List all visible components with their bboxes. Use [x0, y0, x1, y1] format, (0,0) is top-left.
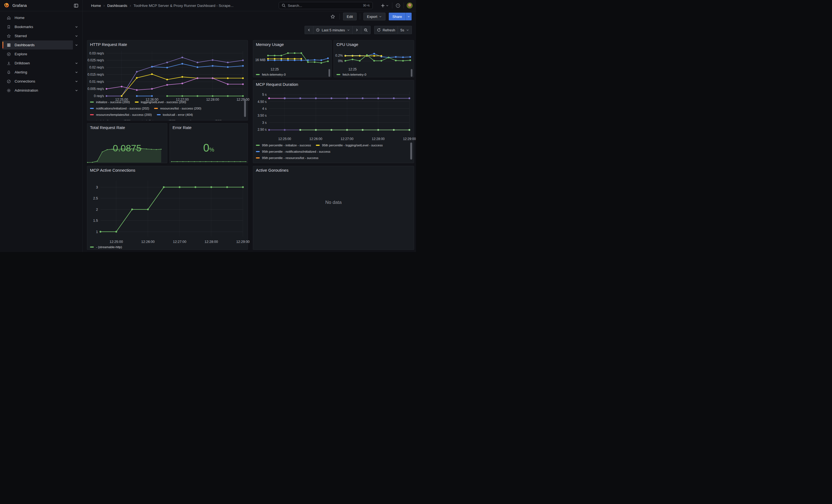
panel-http-request-rate[interactable]: HTTP Request Rate 12:25:0012:26:0012:27:… — [87, 40, 248, 121]
legend-item[interactable]: tools/call - success (200) — [90, 120, 131, 121]
refresh-interval-picker[interactable]: 5s — [397, 26, 412, 34]
star-icon[interactable] — [329, 12, 336, 20]
http-legend: initialize - success (200)logging/setLev… — [90, 99, 241, 120]
export-button[interactable]: Export — [363, 12, 386, 20]
chevron-down-icon — [379, 15, 382, 18]
panel-title: MCP Active Connections — [90, 168, 135, 173]
legend-swatch — [90, 102, 94, 103]
panel-error-rate[interactable]: Error Rate 0% — [170, 123, 248, 163]
sidebar-item-home[interactable]: Home — [2, 13, 80, 22]
panel-title: Memory Usage — [256, 42, 284, 47]
chevron-down-icon[interactable] — [73, 68, 80, 77]
search-input[interactable]: Search... ⌘+k — [279, 2, 373, 9]
cpu-legend: fetch-telemetry-0 — [337, 71, 409, 77]
breadcrumb-home[interactable]: Home — [91, 4, 101, 8]
legend-label: unknown - success (200) — [187, 120, 222, 121]
chevron-down-icon[interactable] — [73, 77, 80, 86]
svg-text:12:25: 12:25 — [348, 68, 357, 71]
svg-text:0.03 req/s: 0.03 req/s — [89, 51, 104, 55]
legend-item[interactable]: logging/setLevel - success (200) — [135, 100, 186, 104]
legend-row: - (streamable-http) — [90, 244, 243, 249]
stat-value: 0% — [170, 142, 248, 154]
sidebar-item-explore[interactable]: Explore — [2, 50, 80, 59]
chevron-down-icon[interactable] — [73, 41, 80, 50]
share-button[interactable]: Share — [389, 12, 406, 20]
panel-mcp-active-connections[interactable]: MCP Active Connections 12:25:0012:26:001… — [87, 166, 248, 250]
sidebar-item-label: Drilldown — [15, 61, 30, 65]
legend-item[interactable]: initialize - success (200) — [90, 100, 130, 104]
panel-mcp-request-duration[interactable]: MCP Request Duration 12:25:0012:26:0012:… — [253, 80, 414, 163]
legend-item[interactable]: 95th percentile - resources/templates/li… — [256, 163, 333, 163]
legend-row: notifications/initialized - success (202… — [90, 105, 241, 111]
grafana-logo-icon[interactable] — [4, 2, 10, 8]
legend-item[interactable]: 95th percentile - resources/list - succe… — [256, 156, 318, 160]
legend-item[interactable]: fetch-telemetry-0 — [256, 73, 286, 76]
legend-item[interactable]: 95th percentile - notifications/initiali… — [256, 150, 331, 153]
refresh-button[interactable]: Refresh — [374, 26, 398, 34]
legend-label: resources/templates/list - success (200) — [96, 113, 152, 116]
chevron-down-icon[interactable] — [73, 22, 80, 31]
time-controls: Last 5 minutes Refresh — [305, 26, 412, 34]
legend-scrollbar[interactable] — [410, 142, 412, 160]
chevron-down-icon[interactable] — [73, 59, 80, 68]
svg-text:1.5: 1.5 — [93, 219, 98, 222]
sidebar-item-drilldown[interactable]: Drilldown — [2, 59, 73, 68]
legend-scrollbar[interactable] — [411, 69, 412, 77]
panel-total-request-rate[interactable]: Total Request Rate 0.0875 — [87, 123, 167, 163]
svg-text:0.2%: 0.2% — [335, 54, 343, 57]
legend-item[interactable]: tools/call - error (404) — [157, 113, 193, 116]
divider — [392, 2, 392, 8]
sidebar-item-dashboards[interactable]: Dashboards — [2, 41, 73, 50]
zoom-out-icon[interactable] — [361, 26, 371, 34]
sidebar-item-starred[interactable]: Starred — [2, 31, 73, 41]
share-menu-button[interactable] — [406, 12, 412, 20]
svg-text:12:27:00: 12:27:00 — [341, 137, 354, 141]
legend-label: 95th percentile - logging/setLevel - suc… — [322, 143, 383, 147]
sidebar-item-connections[interactable]: Connections — [2, 77, 73, 86]
chevron-down-icon[interactable] — [73, 86, 80, 95]
sidebar-item-label: Administration — [15, 88, 38, 92]
sidebar-item-label: Starred — [15, 34, 27, 38]
dashboard-canvas: Last 5 minutes Refresh — [82, 22, 416, 252]
avatar[interactable] — [407, 2, 413, 8]
panel-active-goroutines[interactable]: Active Goroutines No data — [253, 166, 414, 250]
legend-scrollbar[interactable] — [329, 69, 330, 77]
apps-icon — [7, 43, 11, 47]
svg-text:0.015 req/s: 0.015 req/s — [87, 73, 104, 77]
legend-swatch — [157, 114, 161, 115]
dashboard-toolbar: Edit Export Share — [82, 11, 416, 22]
help-icon[interactable]: ? — [395, 3, 401, 8]
breadcrumb-dashboards[interactable]: Dashboards — [107, 4, 127, 8]
sidebar-item-administration[interactable]: Administration — [2, 86, 73, 95]
legend-item[interactable]: resources/list - success (200) — [154, 107, 201, 110]
legend-item[interactable]: resources/templates/list - success (200) — [90, 113, 152, 116]
panel-title: Error Rate — [173, 125, 191, 130]
legend-item[interactable]: unknown - success (200) — [181, 120, 222, 121]
time-back-button[interactable] — [305, 26, 313, 34]
legend-item[interactable]: notifications/initialized - success (202… — [90, 107, 149, 110]
sidebar-item-alerting[interactable]: Alerting — [2, 68, 73, 77]
chevron-down-icon[interactable] — [73, 31, 80, 41]
legend-item[interactable]: tools/list - success (200) — [136, 120, 176, 121]
svg-text:3.50 s: 3.50 s — [258, 114, 267, 117]
legend-item[interactable]: fetch-telemetry-0 — [337, 73, 366, 76]
panel-cpu-usage[interactable]: CPU Usage 12:250.2%0% fetch-telemetry-0 — [334, 40, 414, 77]
legend-label: tools/list - success (200) — [142, 120, 176, 121]
bell-icon — [7, 70, 11, 75]
sidebar-row: Home — [2, 13, 80, 22]
drilldown-icon — [7, 61, 11, 65]
legend-item[interactable]: - (streamable-http) — [90, 245, 122, 249]
svg-text:0%: 0% — [338, 59, 343, 63]
add-button[interactable] — [380, 3, 389, 8]
time-forward-button[interactable] — [353, 26, 361, 34]
edit-button[interactable]: Edit — [343, 12, 356, 20]
panel-title: MCP Request Duration — [256, 82, 298, 87]
legend-item[interactable]: 95th percentile - logging/setLevel - suc… — [316, 143, 383, 147]
dock-sidebar-icon[interactable] — [74, 3, 78, 8]
svg-text:16 MiB: 16 MiB — [255, 58, 265, 62]
panel-memory-usage[interactable]: Memory Usage 12:2516 MiB fetch-telemetry… — [253, 40, 332, 77]
sidebar-item-bookmarks[interactable]: Bookmarks — [2, 22, 73, 31]
legend-scrollbar[interactable] — [244, 99, 246, 117]
time-range-picker[interactable]: Last 5 minutes — [313, 26, 353, 34]
legend-item[interactable]: 95th percentile - initialize - success — [256, 143, 311, 147]
